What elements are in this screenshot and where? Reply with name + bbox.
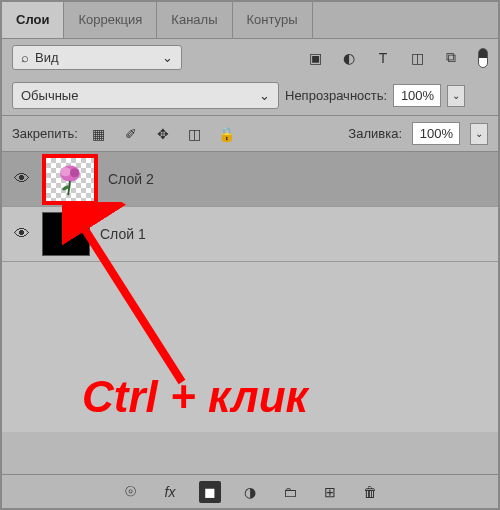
svg-point-2 <box>70 168 79 177</box>
visibility-toggle-icon[interactable]: 👁 <box>12 225 32 243</box>
opacity-label: Непрозрачность: <box>285 88 387 103</box>
view-dropdown[interactable]: ⌕ Вид ⌄ <box>12 45 182 70</box>
tab-paths[interactable]: Контуры <box>233 2 313 38</box>
fill-value[interactable]: 100% <box>412 122 460 145</box>
filter-adjustment-icon[interactable]: ◐ <box>338 47 360 69</box>
blend-mode-value: Обычные <box>21 88 78 103</box>
filter-text-icon[interactable]: T <box>372 47 394 69</box>
chevron-down-icon: ⌄ <box>162 50 173 65</box>
link-layers-icon[interactable]: ⦾ <box>119 481 141 503</box>
delete-layer-icon[interactable]: 🗑 <box>359 481 381 503</box>
new-group-icon[interactable]: 🗀 <box>279 481 301 503</box>
lock-artboard-icon[interactable]: ◫ <box>184 123 206 145</box>
opacity-value[interactable]: 100% <box>393 84 441 107</box>
lock-position-icon[interactable]: ✥ <box>152 123 174 145</box>
lock-pixels-icon[interactable]: ▦ <box>88 123 110 145</box>
search-icon: ⌕ <box>21 50 29 65</box>
tab-channels[interactable]: Каналы <box>157 2 232 38</box>
new-adjustment-icon[interactable]: ◑ <box>239 481 261 503</box>
chevron-down-icon: ⌄ <box>259 88 270 103</box>
fill-dropdown[interactable]: ⌄ <box>470 123 488 145</box>
fill-label: Заливка: <box>348 126 402 141</box>
new-layer-icon[interactable]: ⊞ <box>319 481 341 503</box>
blend-mode-dropdown[interactable]: Обычные ⌄ <box>12 82 279 109</box>
tab-adjustments[interactable]: Коррекция <box>64 2 157 38</box>
layer-thumbnail[interactable] <box>42 212 90 256</box>
filter-image-icon[interactable]: ▣ <box>304 47 326 69</box>
bottom-toolbar: ⦾ fx ◼ ◑ 🗀 ⊞ 🗑 <box>2 474 498 508</box>
panel-toggle[interactable] <box>478 48 488 68</box>
tab-layers[interactable]: Слои <box>2 2 64 38</box>
layer-thumbnail[interactable] <box>42 154 98 205</box>
layer-name[interactable]: Слой 1 <box>100 226 146 242</box>
layer-row[interactable]: 👁 Слой 1 <box>2 207 498 262</box>
visibility-toggle-icon[interactable]: 👁 <box>12 170 32 188</box>
add-mask-icon[interactable]: ◼ <box>199 481 221 503</box>
view-toolbar: ⌕ Вид ⌄ ▣ ◐ T ◫ ⧉ <box>2 39 498 76</box>
filter-smartobject-icon[interactable]: ⧉ <box>440 47 462 69</box>
filter-shape-icon[interactable]: ◫ <box>406 47 428 69</box>
layer-name[interactable]: Слой 2 <box>108 171 154 187</box>
lock-label: Закрепить: <box>12 126 78 141</box>
lock-brush-icon[interactable]: ✐ <box>120 123 142 145</box>
opacity-dropdown[interactable]: ⌄ <box>447 85 465 107</box>
view-label: Вид <box>35 50 59 65</box>
tabs-bar: Слои Коррекция Каналы Контуры <box>2 2 498 39</box>
fx-icon[interactable]: fx <box>159 481 181 503</box>
lock-row: Закрепить: ▦ ✐ ✥ ◫ 🔒 Заливка: 100% ⌄ <box>2 116 498 152</box>
blend-row: Обычные ⌄ Непрозрачность: 100% ⌄ <box>2 76 498 116</box>
layer-row[interactable]: 👁 Слой 2 <box>2 152 498 207</box>
lock-all-icon[interactable]: 🔒 <box>216 123 238 145</box>
layers-list: 👁 Слой 2 👁 Слой 1 <box>2 152 498 432</box>
svg-point-1 <box>60 167 71 176</box>
